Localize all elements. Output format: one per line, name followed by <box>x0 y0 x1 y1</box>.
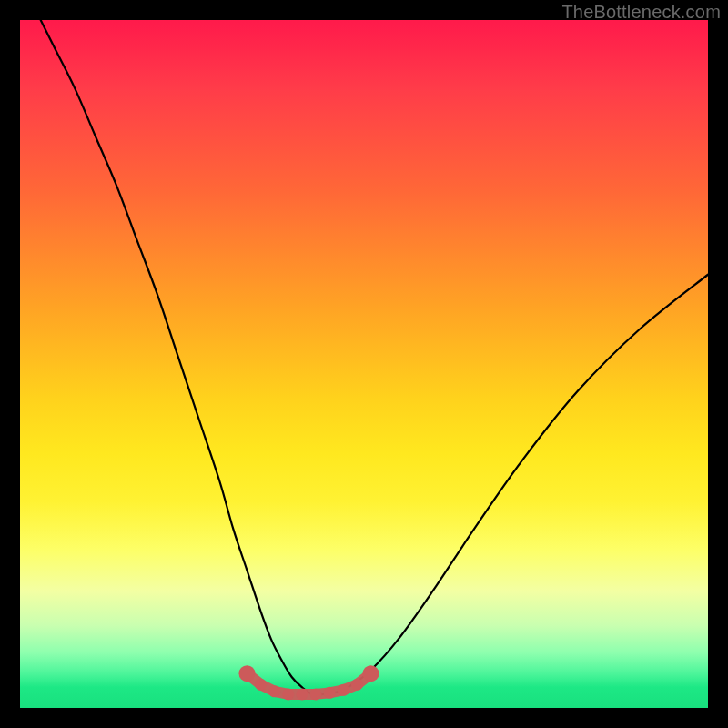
marker-dot <box>351 679 363 691</box>
marker-dot <box>268 685 280 697</box>
plot-area <box>20 20 708 708</box>
marker-dot <box>310 688 322 700</box>
marker-dot <box>324 687 336 699</box>
chart-svg <box>20 20 708 708</box>
marker-dot <box>255 679 267 691</box>
marker-dot <box>238 665 255 682</box>
chart-frame: TheBottleneck.com <box>0 0 728 728</box>
watermark-text: TheBottleneck.com <box>561 2 721 23</box>
marker-dot <box>338 684 349 696</box>
bottleneck-curve <box>41 20 708 695</box>
marker-dot <box>363 665 379 682</box>
marker-dot <box>296 688 308 700</box>
marker-dot <box>282 688 294 700</box>
